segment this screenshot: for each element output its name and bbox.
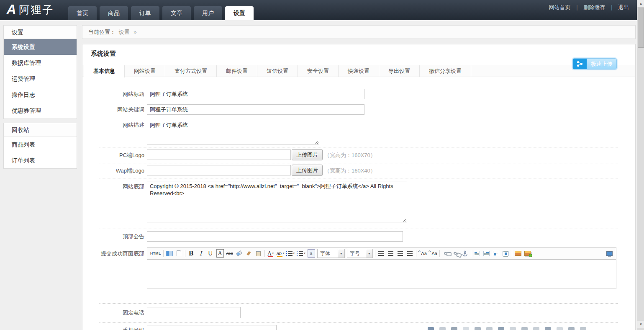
link-site-home[interactable]: 网站首页 [549, 4, 571, 11]
icon-stub [521, 327, 528, 330]
font-size-select[interactable]: 字号▼ [347, 249, 373, 258]
new-document-icon[interactable] [175, 249, 183, 258]
eraser-icon[interactable] [236, 249, 243, 258]
wap-logo-upload-button[interactable]: 上传图片 [292, 165, 323, 176]
insert-link-icon[interactable] [442, 249, 449, 258]
format-brush-icon[interactable] [245, 249, 253, 258]
source-code-icon[interactable]: HTML [150, 249, 161, 258]
batch-image-icon[interactable] [524, 249, 531, 258]
nav-item-orders[interactable]: 订单 [131, 6, 159, 20]
toolbar-separator [439, 250, 440, 257]
row-divider [99, 163, 618, 163]
preview-layout-icon[interactable] [166, 249, 173, 258]
nav-item-products[interactable]: 商品 [100, 6, 128, 20]
icon-stub [557, 327, 563, 330]
tab-site-settings[interactable]: 网站设置 [125, 65, 165, 77]
tab-email-settings[interactable]: 邮件设置 [217, 65, 257, 77]
page-scrollbar[interactable]: ▲ ▼ [637, 0, 644, 330]
nav-item-users[interactable]: 用户 [194, 6, 222, 20]
bold-icon[interactable]: B [187, 249, 195, 258]
top-notice-input[interactable] [147, 231, 403, 242]
toolbar-separator [163, 250, 164, 257]
fullscreen-icon[interactable] [606, 249, 613, 258]
remove-link-icon[interactable] [452, 249, 459, 258]
wap-logo-input[interactable] [147, 165, 291, 175]
icon-stub [475, 327, 481, 330]
lowercase-icon[interactable]: ↷Aa [429, 249, 437, 258]
sidebar-item-logs[interactable]: 操作日志 [4, 87, 77, 103]
tab-payment-settings[interactable]: 支付方式设置 [165, 65, 217, 77]
image-align-left-icon[interactable] [473, 249, 481, 258]
scrollbar-thumb[interactable] [638, 8, 644, 48]
align-right-icon[interactable] [397, 249, 404, 258]
site-keywords-input[interactable] [147, 104, 364, 115]
richtext-edit-area[interactable] [147, 260, 616, 289]
toolbar-separator [375, 250, 375, 257]
sidebar-item-database[interactable]: 数据库管理 [4, 55, 77, 71]
wap-logo-label: Wap端Logo [82, 167, 144, 175]
sidebar-item-order-list[interactable]: 订单列表 [4, 152, 77, 168]
insert-image-icon[interactable] [514, 249, 522, 258]
breadcrumb-current[interactable]: 设置 [119, 29, 130, 35]
sidebar-settings-panel: 设置 系统设置 数据库管理 运费管理 操作日志 优惠券管理 [3, 25, 77, 119]
font-family-select[interactable]: 字体▼ [317, 249, 345, 258]
fixed-phone-label: 固定电话 [82, 309, 144, 317]
top-notice-label: 顶部公告 [82, 233, 144, 240]
highlight-color-icon[interactable]: ab▾ [277, 249, 284, 258]
anchor-icon[interactable] [461, 249, 469, 258]
pc-logo-upload-button[interactable]: 上传图片 [292, 149, 323, 160]
ordered-list-icon[interactable]: ▾ [286, 249, 295, 258]
align-left-icon[interactable] [377, 249, 385, 258]
paste-text-icon[interactable] [255, 249, 262, 258]
uppercase-icon[interactable]: ↶Aa [418, 249, 427, 258]
site-title-label: 网站标题 [82, 90, 144, 98]
speed-upload-button[interactable]: 极速上传 [572, 58, 617, 70]
font-color-icon[interactable]: A▾ [267, 249, 275, 258]
row-divider [99, 322, 618, 323]
row-divider [99, 178, 618, 178]
sidebar-item-coupons[interactable]: 优惠券管理 [4, 103, 77, 119]
image-inline-icon[interactable] [493, 249, 500, 258]
richtext-toolbar: HTML B I U A ABC A▾ ab▾ ▾ ▾ a 字体▼ 字号▼ ↶A… [147, 247, 616, 260]
tab-security-settings[interactable]: 安全设置 [298, 65, 339, 77]
tab-express-settings[interactable]: 快递设置 [339, 65, 379, 77]
nav-item-settings[interactable]: 设置 [225, 6, 254, 20]
sidebar-item-system-settings[interactable]: 系统设置 [4, 39, 77, 55]
site-description-textarea[interactable]: 阿狸子订单系统 [147, 120, 319, 144]
fixed-phone-input[interactable] [147, 307, 241, 318]
tab-export-settings[interactable]: 导出设置 [379, 65, 420, 77]
nav-item-articles[interactable]: 文章 [162, 6, 191, 20]
image-block-icon[interactable] [502, 249, 510, 258]
pc-logo-input[interactable] [147, 150, 291, 160]
site-footer-textarea[interactable]: Copyright © 2015-2018 <a href="http://ww… [147, 181, 407, 222]
icon-stub [463, 327, 469, 330]
site-title-input[interactable] [147, 89, 364, 99]
align-justify-icon[interactable] [406, 249, 414, 258]
brand-logo[interactable]: A 阿狸子 [7, 3, 54, 17]
unordered-list-icon[interactable]: ▾ [297, 249, 305, 258]
chevron-down-icon: ▼ [338, 249, 344, 258]
scroll-up-arrow[interactable]: ▲ [637, 0, 644, 7]
style-box-icon[interactable]: A [216, 249, 224, 258]
icon-stub [439, 327, 446, 330]
underline-icon[interactable]: U [207, 249, 214, 258]
mobile-phone-label: 手机号码 [82, 327, 144, 330]
quick-links: 网站首页 ｜ 删除缓存 ｜ 退出 [549, 4, 629, 11]
mobile-phone-input[interactable] [147, 325, 277, 330]
tab-basic-info[interactable]: 基本信息 [84, 65, 125, 77]
strikethrough-icon[interactable]: ABC [226, 249, 233, 258]
sidebar-item-product-list[interactable]: 商品列表 [4, 137, 77, 152]
tab-sms-settings[interactable]: 短信设置 [257, 65, 298, 77]
link-logout[interactable]: 退出 [618, 4, 629, 11]
breadcrumb-prefix: 当前位置： [88, 29, 115, 35]
link-clear-cache[interactable]: 删除缓存 [583, 4, 605, 11]
image-align-right-icon[interactable] [483, 249, 490, 258]
italic-icon[interactable]: I [197, 249, 205, 258]
align-center-icon[interactable] [387, 249, 395, 258]
tab-wechat-share-settings[interactable]: 微信分享设置 [420, 65, 471, 77]
sidebar-item-shipping[interactable]: 运费管理 [4, 71, 77, 87]
icon-stub [580, 327, 586, 330]
nav-item-home[interactable]: 首页 [68, 6, 97, 20]
inline-anchor-icon[interactable]: a [308, 249, 315, 258]
scroll-down-arrow[interactable]: ▼ [637, 321, 644, 328]
